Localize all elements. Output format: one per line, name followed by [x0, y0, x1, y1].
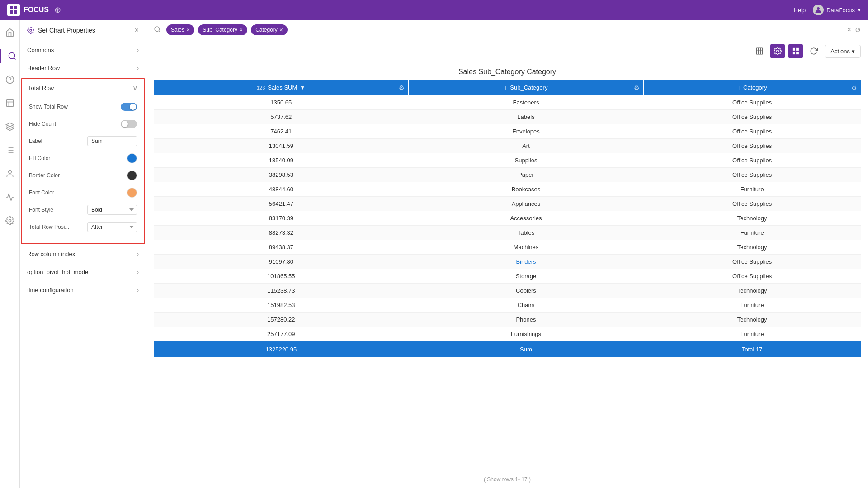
cell-category: Furniture [643, 182, 861, 197]
sub-category-chip-remove[interactable]: × [239, 26, 243, 33]
time-config-header[interactable]: time configuration › [20, 281, 146, 299]
table-row: 1350.65FastenersOffice Supplies [154, 95, 861, 110]
svg-point-21 [30, 29, 32, 31]
total-row-position-select[interactable]: Before After [87, 222, 137, 232]
total-row-header[interactable]: Total Row ∨ [22, 79, 144, 97]
total-row-label: Total Row [28, 85, 54, 91]
sidebar-user-icon[interactable] [3, 166, 17, 181]
font-style-select[interactable]: Normal Bold Italic Bold Italic [87, 205, 137, 215]
filter-bar: Sales × Sub_Category × Category × × ↺ [146, 20, 868, 40]
svg-rect-33 [797, 52, 799, 54]
sidebar-home-icon[interactable] [3, 25, 17, 40]
cell-category: Office Supplies [643, 168, 861, 182]
sidebar-list-icon[interactable] [3, 143, 17, 157]
commons-chevron-icon: › [137, 47, 139, 53]
sidebar-chart-icon[interactable] [3, 96, 17, 110]
svg-point-29 [777, 50, 779, 52]
actions-arrow-icon: ▾ [852, 48, 855, 55]
filter-refresh-icon[interactable]: ↺ [855, 26, 861, 34]
show-total-row-toggle[interactable] [121, 103, 137, 111]
option-pivot-header[interactable]: option_pivot_hot_mode › [20, 263, 146, 281]
panel-header-left: Set Chart Properties [27, 27, 95, 34]
cell-category: Office Supplies [643, 269, 861, 284]
fill-color-swatch[interactable] [127, 153, 137, 163]
filter-clear-button[interactable]: × [847, 26, 851, 34]
table-row: 18540.09SuppliesOffice Supplies [154, 153, 861, 168]
cell-category: Office Supplies [643, 95, 861, 110]
total-row-content: Show Total Row Hide Count [22, 97, 144, 243]
font-color-swatch[interactable] [127, 188, 137, 198]
cell-sub-category: Accessories [409, 211, 644, 226]
panel-header: Set Chart Properties × [20, 20, 146, 41]
category-chip[interactable]: Category × [251, 24, 288, 35]
time-config-section: time configuration › [20, 281, 146, 299]
filter-bar-right: × ↺ [847, 26, 861, 34]
cell-sub-category: Phones [409, 313, 644, 327]
help-link[interactable]: Help [793, 7, 806, 14]
border-color-swatch[interactable] [127, 171, 137, 180]
svg-point-4 [817, 7, 820, 10]
svg-line-6 [14, 58, 16, 60]
sub-category-chip[interactable]: Sub_Category × [198, 24, 247, 35]
category-chip-remove[interactable]: × [279, 26, 283, 33]
app-logo[interactable]: FOCUS [7, 4, 49, 16]
sidebar-search-icon[interactable] [0, 49, 19, 63]
svg-rect-3 [14, 10, 17, 14]
commons-section-header[interactable]: Commons › [20, 41, 146, 59]
cell-sub-category: Binders [409, 255, 644, 269]
col-sub-category-label: Sub_Category [510, 84, 547, 91]
sales-sort-icon[interactable]: ▼ [300, 85, 305, 91]
hide-count-label: Hide Count [29, 121, 56, 127]
option-pivot-section: option_pivot_hot_mode › [20, 263, 146, 281]
sales-chip-remove[interactable]: × [186, 26, 190, 33]
category-col-gear-icon[interactable]: ⚙ [851, 84, 857, 91]
border-color-row: Border Color [29, 169, 137, 182]
nav-right: Help DataFocus ▾ [793, 5, 861, 15]
cell-sales: 115238.73 [154, 284, 409, 298]
search-icon[interactable] [154, 26, 161, 34]
refresh-icon-button[interactable] [807, 44, 821, 58]
panel-close-button[interactable]: × [135, 26, 139, 34]
col-header-sub-category: T Sub_Category ⚙ [409, 80, 644, 95]
sidebar-question-icon[interactable] [3, 72, 17, 87]
table-row: 7462.41EnvelopesOffice Supplies [154, 124, 861, 139]
footer-total-count: Total 17 [643, 341, 861, 358]
hide-count-row: Hide Count [29, 118, 137, 130]
sales-col-gear-icon[interactable]: ⚙ [399, 84, 405, 91]
header-row-section-header[interactable]: Header Row › [20, 59, 146, 77]
sub-category-chip-label: Sub_Category [203, 27, 237, 33]
cell-sub-category: Envelopes [409, 124, 644, 139]
total-row-position-label: Total Row Posi... [29, 224, 69, 230]
svg-point-19 [8, 171, 11, 174]
cell-category: Technology [643, 240, 861, 255]
sales-chip[interactable]: Sales × [166, 24, 194, 35]
cell-sales: 1350.65 [154, 95, 409, 110]
cell-sub-category: Storage [409, 269, 644, 284]
svg-rect-2 [10, 10, 13, 14]
sub-category-col-gear-icon[interactable]: ⚙ [634, 84, 640, 91]
label-input[interactable] [87, 136, 137, 146]
user-menu[interactable]: DataFocus ▾ [813, 5, 861, 15]
settings-icon-button[interactable] [770, 44, 785, 58]
table-row: 151982.53ChairsFurniture [154, 298, 861, 313]
user-avatar [813, 5, 824, 15]
grid-view-icon-button[interactable] [788, 44, 803, 58]
actions-button[interactable]: Actions ▾ [825, 45, 861, 58]
cell-sub-category: Fasteners [409, 95, 644, 110]
data-table-container: 123 Sales SUM ▼ ⚙ T Sub_Category ⚙ [146, 80, 868, 471]
icon-sidebar [0, 20, 20, 488]
header-row-chevron-icon: › [137, 65, 139, 71]
hide-count-toggle[interactable] [121, 120, 137, 128]
sidebar-layers-icon[interactable] [3, 119, 17, 134]
sidebar-activity-icon[interactable] [3, 190, 17, 204]
total-row-position-row: Total Row Posi... Before After [29, 221, 137, 233]
table-row: 83170.39AccessoriesTechnology [154, 211, 861, 226]
sidebar-settings-icon[interactable] [3, 213, 17, 228]
row-column-index-header[interactable]: Row column index › [20, 245, 146, 263]
new-tab-icon[interactable]: ⊕ [54, 5, 61, 15]
font-style-label: Font Style [29, 207, 53, 213]
properties-panel: Set Chart Properties × Commons › Header … [20, 20, 146, 488]
cell-sub-category: Art [409, 139, 644, 153]
table-fit-icon-button[interactable] [752, 44, 767, 58]
cell-sales: 18540.09 [154, 153, 409, 168]
